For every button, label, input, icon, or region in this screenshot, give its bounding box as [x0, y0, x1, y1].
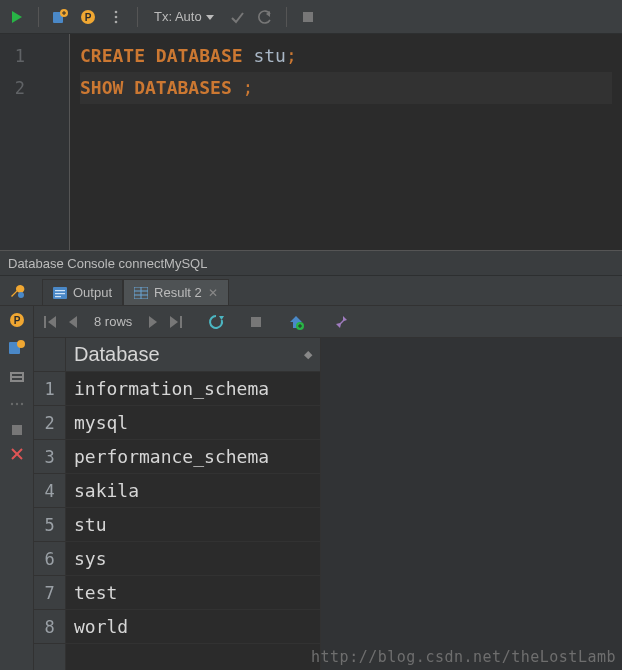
- svg-rect-10: [303, 12, 313, 22]
- panel-title-text: Database Console connectMySQL: [8, 256, 207, 271]
- rownum-cell[interactable]: 6: [34, 542, 65, 576]
- p-badge-icon[interactable]: P: [77, 6, 99, 28]
- code-line: CREATE DATABASE stu;: [80, 40, 612, 72]
- editor-code[interactable]: CREATE DATABASE stu; SHOW DATABASES ;: [70, 34, 622, 250]
- column-header-label: Database: [74, 343, 160, 366]
- tx-mode-combo[interactable]: Tx: Auto: [148, 9, 220, 24]
- column-header[interactable]: Database ◆: [66, 338, 320, 372]
- rownum-cell[interactable]: 3: [34, 440, 65, 474]
- svg-rect-25: [12, 374, 22, 376]
- result-main: 8 rows 1 2 3 4 5 6 7 8: [34, 306, 622, 670]
- rownum-column: 1 2 3 4 5 6 7 8: [34, 338, 66, 670]
- table-cell[interactable]: world: [66, 610, 320, 644]
- commit-icon[interactable]: [226, 6, 248, 28]
- p-badge-icon[interactable]: P: [9, 312, 25, 328]
- console-tabs: Output Result 2 ✕: [0, 276, 622, 306]
- pin-icon[interactable]: [334, 315, 348, 329]
- svg-point-7: [115, 20, 118, 23]
- rownum-cell[interactable]: 4: [34, 474, 65, 508]
- sort-icon[interactable]: ◆: [304, 348, 312, 361]
- tx-mode-label: Tx: Auto: [154, 9, 202, 24]
- svg-rect-13: [55, 290, 65, 291]
- run-icon[interactable]: [6, 6, 28, 28]
- table-cell[interactable]: test: [66, 576, 320, 610]
- first-page-icon[interactable]: [44, 316, 58, 328]
- svg-point-23: [17, 340, 25, 348]
- result-area: P 8 rows 1 2 3 4: [0, 306, 622, 670]
- explain-plan-icon[interactable]: [49, 6, 71, 28]
- table-cell[interactable]: sakila: [66, 474, 320, 508]
- svg-rect-15: [55, 296, 61, 297]
- tab-label: Output: [73, 285, 112, 300]
- stop-icon[interactable]: [11, 424, 23, 436]
- close-icon[interactable]: [11, 448, 23, 460]
- chevron-down-icon: [206, 13, 214, 21]
- table-cell[interactable]: stu: [66, 508, 320, 542]
- next-page-icon[interactable]: [148, 316, 158, 328]
- rownum-cell[interactable]: 7: [34, 576, 65, 610]
- svg-text:P: P: [13, 315, 20, 326]
- separator: [38, 7, 39, 27]
- svg-point-29: [20, 403, 22, 405]
- console-panel-title: Database Console connectMySQL: [0, 250, 622, 276]
- stop-icon[interactable]: [297, 6, 319, 28]
- table-icon: [134, 287, 148, 299]
- prev-page-icon[interactable]: [68, 316, 78, 328]
- svg-marker-0: [12, 11, 22, 23]
- code-line: SHOW DATABASES ;: [80, 72, 612, 104]
- svg-rect-38: [180, 316, 182, 328]
- table-cell[interactable]: mysql: [66, 406, 320, 440]
- rollback-icon[interactable]: [254, 6, 276, 28]
- editor-gutter: 1 2: [0, 34, 70, 250]
- dump-data-icon[interactable]: [9, 368, 25, 384]
- new-console-icon[interactable]: [9, 340, 25, 356]
- table-cell[interactable]: performance_schema: [66, 440, 320, 474]
- svg-point-11: [18, 292, 24, 298]
- add-row-icon[interactable]: [288, 314, 304, 330]
- result-toolbar: 8 rows: [34, 306, 622, 338]
- svg-marker-8: [206, 15, 214, 20]
- svg-point-6: [115, 15, 118, 18]
- table-cell[interactable]: sys: [66, 542, 320, 576]
- table-cell[interactable]: information_schema: [66, 372, 320, 406]
- rownum-cell[interactable]: 2: [34, 406, 65, 440]
- svg-text:P: P: [85, 12, 92, 23]
- rownum-cell[interactable]: 5: [34, 508, 65, 542]
- rownum-cell[interactable]: 1: [34, 372, 65, 406]
- overflow-icon[interactable]: [105, 6, 127, 28]
- line-number: 1: [0, 40, 69, 72]
- svg-marker-37: [170, 316, 178, 328]
- separator: [137, 7, 138, 27]
- result-table: 1 2 3 4 5 6 7 8 Database ◆ information_s…: [34, 338, 622, 670]
- svg-point-27: [10, 403, 12, 405]
- rows-count: 8 rows: [94, 314, 132, 329]
- rownum-header: [34, 338, 65, 372]
- svg-rect-40: [251, 317, 261, 327]
- svg-rect-26: [12, 378, 22, 380]
- rownum-cell[interactable]: 8: [34, 610, 65, 644]
- svg-point-28: [15, 403, 17, 405]
- result-side-actions: P: [0, 306, 34, 670]
- svg-marker-36: [149, 316, 157, 328]
- svg-rect-24: [10, 372, 24, 382]
- svg-rect-30: [12, 425, 22, 435]
- last-page-icon[interactable]: [168, 316, 182, 328]
- close-icon[interactable]: ✕: [208, 286, 218, 300]
- svg-marker-39: [219, 316, 224, 320]
- svg-point-5: [115, 10, 118, 13]
- editor-toolbar: P Tx: Auto: [0, 0, 622, 34]
- svg-marker-35: [69, 316, 77, 328]
- tab-output[interactable]: Output: [42, 279, 123, 305]
- view-options-icon[interactable]: [9, 396, 25, 412]
- svg-rect-33: [44, 316, 46, 328]
- line-number: 2: [0, 72, 69, 104]
- stop-icon[interactable]: [250, 316, 262, 328]
- tab-result[interactable]: Result 2 ✕: [123, 279, 229, 305]
- refresh-icon[interactable]: [208, 314, 224, 330]
- sql-editor[interactable]: 1 2 CREATE DATABASE stu; SHOW DATABASES …: [0, 34, 622, 250]
- table-filler: [321, 338, 622, 670]
- wrench-icon[interactable]: [6, 280, 28, 302]
- separator: [286, 7, 287, 27]
- output-icon: [53, 287, 67, 299]
- data-column: Database ◆ information_schema mysql perf…: [66, 338, 321, 670]
